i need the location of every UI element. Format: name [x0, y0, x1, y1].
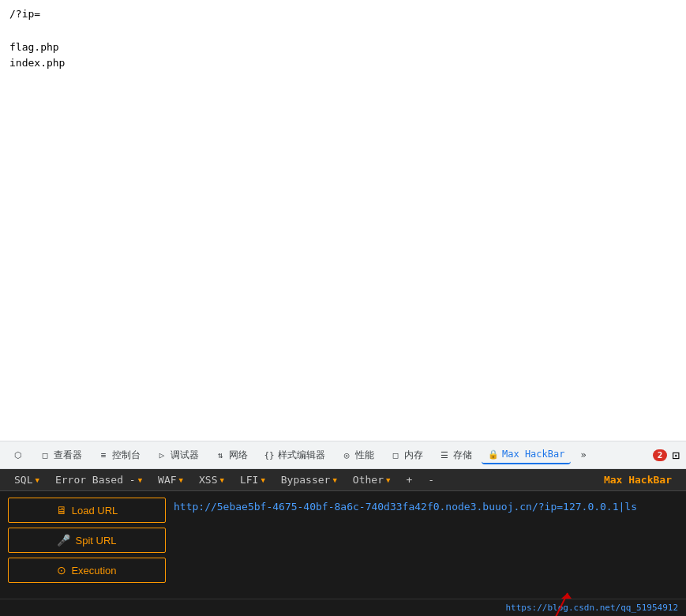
spit-url-button[interactable]: 🎤 Spit URL — [8, 528, 166, 553]
devtools-tab-inspect[interactable]: ⬡ — [6, 446, 30, 464]
devtools-tab-hackbar[interactable]: 🔒 Max HackBar — [482, 445, 571, 464]
url-input-column: http://5ebae5bf-4675-40bf-8a6c-740d33fa4… — [174, 498, 678, 583]
code-line-1: /?ip= — [9, 6, 677, 23]
menu-bypasser[interactable]: Bypasser ▼ — [273, 469, 345, 490]
devtools-resize-icon[interactable]: ⊡ — [672, 448, 680, 463]
load-url-icon: 🖥 — [56, 504, 67, 516]
url-display[interactable]: http://5ebae5bf-4675-40bf-8a6c-740d33fa4… — [174, 499, 637, 515]
menu-error-based[interactable]: Error Based - ▼ — [47, 469, 150, 490]
execution-button[interactable]: ⊙ Execution — [8, 558, 166, 583]
devtools-tab-perf[interactable]: ◎ 性能 — [335, 445, 380, 465]
code-line-3: index.php — [9, 55, 677, 72]
other-chevron: ▼ — [386, 476, 390, 484]
devtools-more-button[interactable]: » — [574, 446, 592, 464]
storage-icon: ☰ — [439, 449, 450, 460]
menu-add[interactable]: + — [398, 469, 420, 490]
url-row: 🖥 Load URL 🎤 Spit URL ⊙ Execution http:/… — [0, 491, 686, 589]
load-url-button[interactable]: 🖥 Load URL — [8, 498, 166, 523]
execution-icon: ⊙ — [57, 564, 66, 577]
red-arrow-annotation — [520, 581, 583, 616]
debugger-icon: ▷ — [156, 449, 167, 460]
memory-icon: □ — [390, 449, 401, 460]
arrow-annotation-area — [0, 589, 686, 599]
devtools-bar: ⬡ □ 查看器 ≡ 控制台 ▷ 调试器 ⇅ 网络 {} 样式编辑器 ◎ 性能 □… — [0, 441, 686, 469]
menu-remove[interactable]: - — [420, 469, 442, 490]
devtools-tab-debugger[interactable]: ▷ 调试器 — [150, 445, 205, 465]
code-output: /?ip= flag.php index.php — [9, 6, 677, 72]
style-icon: {} — [264, 449, 275, 460]
hackbar-brand: Max HackBar — [596, 474, 680, 486]
devtools-tab-console[interactable]: ≡ 控制台 — [92, 445, 147, 465]
menu-waf[interactable]: WAF ▼ — [150, 469, 191, 490]
network-icon: ⇅ — [215, 449, 226, 460]
error-badge[interactable]: 2 — [653, 449, 668, 461]
console-icon: ≡ — [98, 449, 109, 460]
elements-icon: □ — [39, 449, 51, 460]
devtools-tab-style[interactable]: {} 样式编辑器 — [257, 445, 332, 465]
buttons-column: 🖥 Load URL 🎤 Spit URL ⊙ Execution — [8, 498, 166, 583]
error-based-chevron: ▼ — [138, 476, 142, 484]
hackbar-lock-icon: 🔒 — [488, 449, 499, 460]
hackbar-panel: SQL ▼ Error Based - ▼ WAF ▼ XSS ▼ LFI ▼ … — [0, 469, 686, 616]
devtools-tab-memory[interactable]: □ 内存 — [384, 445, 429, 465]
menu-lfi[interactable]: LFI ▼ — [232, 469, 273, 490]
menu-other[interactable]: Other ▼ — [345, 469, 399, 490]
inspect-icon: ⬡ — [13, 449, 24, 460]
sql-chevron: ▼ — [35, 476, 39, 484]
hackbar-menu: SQL ▼ Error Based - ▼ WAF ▼ XSS ▼ LFI ▼ … — [0, 469, 686, 491]
bypasser-chevron: ▼ — [332, 476, 336, 484]
devtools-tab-elements[interactable]: □ 查看器 — [33, 445, 88, 465]
code-line-2: flag.php — [9, 39, 677, 56]
code-line-blank — [9, 23, 677, 39]
menu-sql[interactable]: SQL ▼ — [6, 469, 47, 490]
perf-icon: ◎ — [341, 449, 352, 460]
menu-xss[interactable]: XSS ▼ — [191, 469, 232, 490]
devtools-right-controls: 2 ⊡ — [653, 448, 680, 463]
devtools-tab-storage[interactable]: ☰ 存储 — [433, 445, 478, 465]
lfi-chevron: ▼ — [261, 476, 264, 484]
spit-url-icon: 🎤 — [57, 534, 70, 547]
main-content-area: /?ip= flag.php index.php — [0, 0, 686, 441]
xss-chevron: ▼ — [219, 476, 223, 484]
waf-chevron: ▼ — [179, 476, 183, 484]
devtools-tab-network[interactable]: ⇅ 网络 — [208, 445, 254, 465]
